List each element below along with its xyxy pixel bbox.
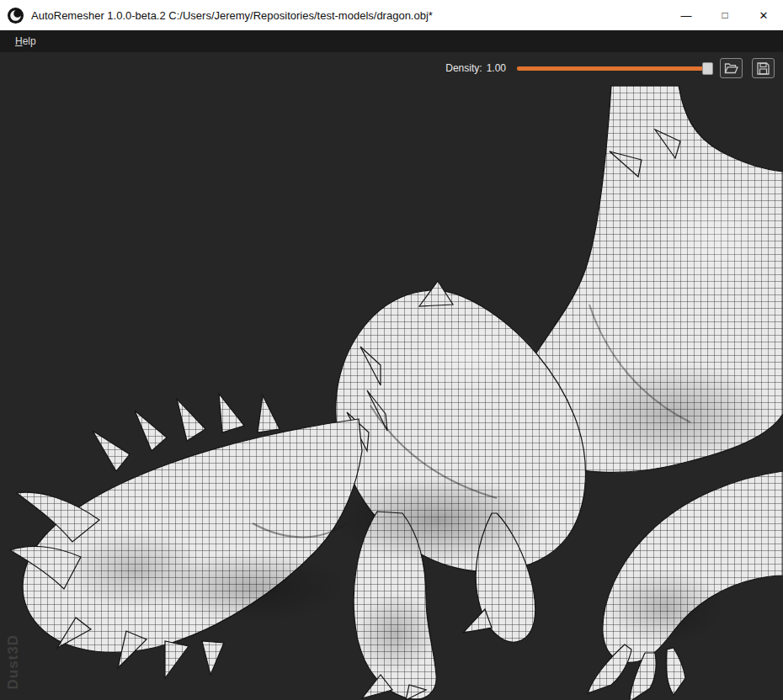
density-slider-handle[interactable] bbox=[702, 62, 713, 75]
viewport-3d[interactable]: Density: 1.00 bbox=[0, 52, 783, 700]
folder-open-icon bbox=[724, 62, 738, 74]
save-icon bbox=[757, 62, 770, 75]
toolbar: Density: 1.00 bbox=[445, 58, 775, 78]
menu-help-rest: elp bbox=[23, 35, 36, 47]
dust3d-watermark: Dust3D bbox=[5, 634, 22, 690]
dragon-head bbox=[10, 394, 362, 678]
window-controls: — □ ✕ bbox=[667, 0, 783, 30]
app-window: AutoRemesher 1.0.0-beta.2 C:/Users/Jerem… bbox=[0, 0, 783, 700]
density-label: Density: bbox=[445, 62, 482, 74]
maximize-button[interactable]: □ bbox=[706, 0, 744, 30]
menu-bar: Help bbox=[0, 30, 783, 52]
title-bar: AutoRemesher 1.0.0-beta.2 C:/Users/Jerem… bbox=[0, 0, 783, 30]
dragon-wireframe-model bbox=[0, 52, 783, 700]
app-logo-icon bbox=[8, 8, 24, 24]
close-button[interactable]: ✕ bbox=[744, 0, 783, 30]
density-readout: Density: 1.00 bbox=[445, 62, 506, 74]
menu-item-help[interactable]: Help bbox=[10, 34, 41, 49]
menu-help-mnemonic: H bbox=[15, 35, 23, 47]
open-file-button[interactable] bbox=[720, 58, 743, 78]
minimize-button[interactable]: — bbox=[667, 0, 706, 30]
density-value: 1.00 bbox=[487, 62, 506, 74]
save-file-button[interactable] bbox=[752, 58, 775, 78]
density-slider[interactable] bbox=[517, 66, 712, 71]
window-title: AutoRemesher 1.0.0-beta.2 C:/Users/Jerem… bbox=[31, 9, 433, 22]
